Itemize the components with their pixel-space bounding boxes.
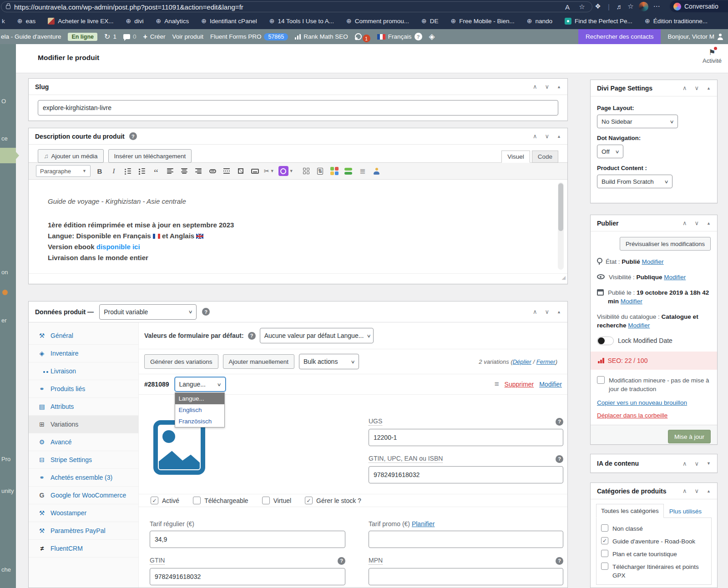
downloadable-checkbox[interactable]: Téléchargeable <box>193 497 248 504</box>
checkbox-icon[interactable] <box>601 563 608 570</box>
tab-attributes[interactable]: ▤Attributs <box>29 398 138 416</box>
color-blocks-icon[interactable] <box>329 166 339 176</box>
generate-variations-button[interactable]: Générer des variations <box>144 354 218 369</box>
move-up-icon[interactable]: ∧ <box>533 308 537 315</box>
move-down-icon[interactable]: ∨ <box>545 83 550 90</box>
regular-price-input[interactable]: 34,9 <box>150 531 345 548</box>
help-circle-icon[interactable]: ? <box>415 33 422 40</box>
manage-stock-checkbox[interactable]: Gérer le stock ? <box>305 497 361 504</box>
tab-linked-products[interactable]: ⚭Produits liés <box>29 380 138 398</box>
move-up-icon[interactable]: ∧ <box>533 133 537 140</box>
checkbox-icon[interactable] <box>601 550 608 557</box>
resize-grip-icon[interactable]: ◢ <box>562 275 566 281</box>
language-item[interactable]: Français? <box>377 33 422 40</box>
help-icon[interactable]: ? <box>338 557 345 565</box>
checkbox-icon[interactable] <box>601 524 608 532</box>
bookmark[interactable]: ⊕Analytics <box>156 17 189 25</box>
copilot-button[interactable]: Conversatio <box>670 0 728 12</box>
bookmark[interactable]: ⊕nando <box>527 17 552 25</box>
tab-stripe-settings[interactable]: ⊟Stripe Settings <box>29 451 138 469</box>
bookmark[interactable]: ⊕14 Tools I Use to A... <box>269 17 334 25</box>
read-more-icon[interactable] <box>222 166 232 176</box>
tab-shipping[interactable]: Livraison <box>29 362 138 380</box>
gtin-input[interactable]: 9782491618032 <box>150 568 345 585</box>
sku-input[interactable]: 12200-1 <box>369 429 563 446</box>
numbered-list-icon[interactable] <box>137 166 147 176</box>
user-icon[interactable] <box>372 166 382 176</box>
ean-input[interactable]: 9782491618032 <box>369 466 563 483</box>
collections-icon[interactable]: ❖ <box>592 2 603 10</box>
tab-google-woocommerce[interactable]: GGoogle for WooCommerce <box>29 487 138 504</box>
lock-modified-toggle[interactable] <box>597 337 614 345</box>
menu-fragment[interactable]: che <box>1 566 11 573</box>
ebook-link[interactable]: disponible ici <box>96 243 140 251</box>
tab-most-used[interactable]: Plus utilisés <box>664 505 707 518</box>
help-icon[interactable]: ? <box>248 332 256 340</box>
profile-avatar[interactable] <box>639 2 648 11</box>
copy-draft-link[interactable]: Copier vers un nouveau brouillon <box>597 399 711 406</box>
favorite-star-icon[interactable]: ☆ <box>576 3 587 11</box>
toggle-panel-icon[interactable]: ▲ <box>707 489 711 493</box>
checkbox-checked-icon[interactable] <box>305 497 313 504</box>
minor-edit-checkbox[interactable] <box>597 376 605 384</box>
edit-catalog-link[interactable]: Modifier <box>628 322 650 329</box>
edit-date-link[interactable]: Modifier <box>621 298 642 305</box>
tab-paypal-settings[interactable]: ⚒Paramètres PayPal <box>29 522 138 540</box>
bookmark[interactable]: ⊕eas <box>17 17 36 25</box>
insert-download-button[interactable]: Insérer un téléchargement <box>108 149 192 163</box>
page-layout-select[interactable]: No Sidebar∨ <box>597 115 678 128</box>
bookmark-partial[interactable]: k <box>2 18 5 25</box>
variation-image-placeholder[interactable] <box>153 420 205 475</box>
mpn-input[interactable] <box>369 568 563 585</box>
editor-scrollbar[interactable] <box>558 182 564 270</box>
toggle-panel-icon[interactable]: ▲ <box>557 310 561 314</box>
add-manually-button[interactable]: Ajouter manuellement <box>223 354 294 369</box>
read-aloud-icon[interactable]: A <box>562 3 573 11</box>
align-center-icon[interactable] <box>179 166 189 176</box>
drag-handle-icon[interactable]: ≡ <box>495 380 499 389</box>
trash-link[interactable]: Déplacer dans la corbeille <box>597 412 711 419</box>
menu-fragment[interactable]: O <box>1 98 6 105</box>
help-icon[interactable]: ? <box>556 418 563 426</box>
move-up-icon[interactable]: ∧ <box>682 460 687 467</box>
align-left-icon[interactable] <box>165 166 175 176</box>
schedule-link[interactable]: Planifier <box>412 520 435 528</box>
menu-fragment[interactable]: on <box>1 269 8 276</box>
layout-grid-icon[interactable] <box>301 166 311 176</box>
italic-icon[interactable]: I <box>109 166 119 176</box>
toggle-panel-icon[interactable]: ▼ <box>707 461 711 466</box>
move-down-icon[interactable]: ∨ <box>695 487 699 494</box>
scrollbar-thumb[interactable] <box>558 183 563 231</box>
align-right-icon[interactable] <box>193 166 203 176</box>
bookmark[interactable]: ⊕Comment promou... <box>346 17 409 25</box>
rank-math-item[interactable]: Rank Math SEO <box>295 33 348 40</box>
blockquote-icon[interactable]: “ <box>151 166 161 176</box>
link-icon[interactable] <box>207 166 217 176</box>
toggle-panel-icon[interactable]: ▲ <box>707 86 711 90</box>
dropdown-option[interactable]: Englisch <box>175 404 224 416</box>
move-down-icon[interactable]: ∨ <box>695 460 699 467</box>
update-button[interactable]: Mise à jour <box>668 430 711 443</box>
enabled-checkbox[interactable]: Activé <box>151 497 179 504</box>
help-icon[interactable]: ? <box>556 455 563 463</box>
tab-fluentcrm[interactable]: ≠FluentCRM <box>29 540 138 558</box>
toggle-panel-icon[interactable]: ▲ <box>707 221 711 226</box>
site-name[interactable]: ela - Guide d'aventure <box>1 33 61 40</box>
menu-fragment[interactable]: er <box>1 317 7 324</box>
move-up-icon[interactable]: ∧ <box>682 487 687 494</box>
help-icon[interactable]: ? <box>129 132 137 140</box>
new-content-item[interactable]: +Créer <box>143 33 165 41</box>
media-icon[interactable]: ♬ <box>614 3 625 10</box>
edit-status-link[interactable]: Modifier <box>642 258 664 265</box>
checkbox-icon[interactable] <box>193 497 201 504</box>
menu-fragment[interactable]: unity <box>1 487 14 494</box>
help-icon[interactable]: ? <box>556 557 563 565</box>
fluent-forms-item[interactable]: Fluent Forms PRO57865 <box>210 33 288 40</box>
tab-code[interactable]: Code <box>532 151 558 163</box>
tab-general[interactable]: ⚒Général <box>29 327 138 345</box>
address-bar[interactable]: https://ountravela.com/wp-admin/post.php… <box>1 1 592 12</box>
move-up-icon[interactable]: ∧ <box>682 85 687 91</box>
scissors-icon[interactable]: ✂▼ <box>264 166 274 176</box>
menu-fragment[interactable]: ce <box>1 135 8 142</box>
tab-all-categories[interactable]: Toutes les catégories <box>596 504 664 518</box>
